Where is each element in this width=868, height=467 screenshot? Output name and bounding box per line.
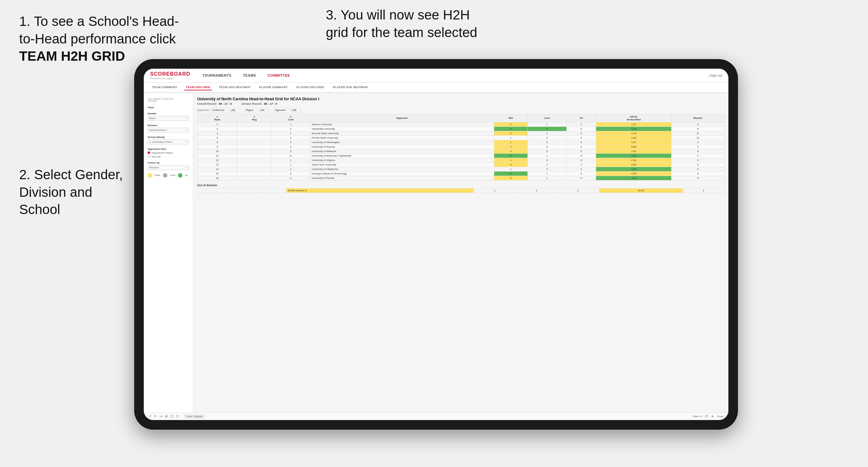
col-rank: #Rank bbox=[197, 114, 237, 122]
radio-opponents-played[interactable]: Opponents Played bbox=[148, 151, 189, 154]
cell-tie: 0 bbox=[566, 176, 596, 180]
watch-button[interactable]: Watch ▾ bbox=[692, 415, 702, 418]
cell-diff: 4.50 bbox=[596, 171, 672, 176]
cell-diff: -6.42 bbox=[596, 176, 672, 180]
ood-diff: 26.00 bbox=[599, 188, 683, 193]
grid-filters: Opponents: Conference (All) bbox=[197, 108, 724, 112]
sidebar-division-section: Division NCAA Division I bbox=[148, 124, 189, 132]
table-header-row: #Rank #Reg #Conf Opponent Win Loss Tie D… bbox=[197, 114, 724, 122]
cell-win: 1 bbox=[494, 145, 527, 149]
view-label[interactable]: View: Original bbox=[184, 414, 205, 418]
region-filter[interactable]: Region bbox=[245, 108, 258, 112]
subnav-team-h2h-grid[interactable]: TEAM H2H GRID bbox=[184, 85, 212, 90]
annotation-1: 1. To see a School's Head- to-Head perfo… bbox=[19, 13, 211, 65]
cell-win: 1 bbox=[494, 140, 527, 145]
table-row: 9 3 University of Arizona 1 0 0 9.00 2 bbox=[197, 145, 724, 149]
cell-rounds: 8 bbox=[671, 126, 724, 131]
all-conference-filter[interactable]: (All) bbox=[230, 108, 240, 112]
filter-region-wrapper: Region bbox=[245, 108, 258, 112]
school-select[interactable]: 1. University of Nort... bbox=[148, 139, 189, 145]
paste-icon[interactable]: ⊡ bbox=[170, 414, 173, 418]
nav-teams[interactable]: TEAMS bbox=[240, 72, 258, 79]
colour-by-select[interactable]: Win/loss bbox=[148, 165, 189, 170]
cell-reg bbox=[237, 167, 272, 171]
grid-icon[interactable]: ⊞ bbox=[711, 415, 714, 418]
cell-loss: 0 bbox=[528, 149, 567, 153]
filter-opponent-group: Opponent (All) bbox=[274, 108, 301, 112]
cell-loss: 1 bbox=[528, 153, 567, 158]
clock-icon[interactable]: ⏱ bbox=[176, 415, 179, 418]
all-region-filter[interactable]: (All) bbox=[259, 108, 269, 112]
division-select[interactable]: NCAA Division I bbox=[148, 128, 189, 132]
table-row: 2 1 Auburn University 2 1 0 1.67 9 bbox=[197, 122, 724, 126]
sidebar-gender-section: Gender Men's bbox=[148, 112, 189, 121]
cell-diff: 9.00 bbox=[596, 145, 672, 149]
cell-tie: 0 bbox=[566, 145, 596, 149]
sign-out[interactable]: | Sign out bbox=[709, 74, 722, 77]
cell-loss: 2 bbox=[528, 135, 567, 140]
cell-win: 3 bbox=[494, 176, 527, 180]
out-of-division-label: Out of division bbox=[197, 184, 724, 187]
filter-all-region-wrapper: (All) bbox=[259, 108, 269, 112]
col-diff: Diff AvStrokes/Rnd bbox=[596, 114, 672, 122]
cell-rounds: 9 bbox=[671, 122, 724, 126]
cell-win: 2 bbox=[494, 122, 527, 126]
cell-rounds: 3 bbox=[671, 153, 724, 158]
cell-tie: 0 bbox=[566, 126, 596, 131]
cell-conf: 5 bbox=[272, 149, 310, 153]
subnav-player-summary[interactable]: PLAYER SUMMARY bbox=[257, 85, 290, 90]
toolbar-bottom: ↺ ↻ ⇥ ⊞ ⊡ ⏱ View: Original Watch ▾ 💬 ⊞ S… bbox=[144, 412, 728, 420]
col-rounds: Rounds bbox=[671, 114, 724, 122]
table-row: 6 2 Florida State University 1 2 0 1.83 … bbox=[197, 135, 724, 140]
cell-opponent: University of Virginia bbox=[310, 158, 494, 162]
cell-loss: 0 bbox=[528, 140, 567, 145]
gender-select[interactable]: Men's bbox=[148, 116, 189, 121]
cell-tie: 0 bbox=[566, 158, 596, 162]
cell-conf: 1 bbox=[272, 158, 310, 162]
cell-rounds: 17 bbox=[671, 131, 724, 135]
grid-area: University of North Carolina Head-to-Hea… bbox=[193, 93, 728, 412]
cell-win: 0 bbox=[494, 126, 527, 131]
cell-diff: 3.67 bbox=[596, 140, 672, 145]
conference-filter[interactable]: Conference bbox=[211, 108, 229, 112]
out-of-division-table: NCAA Division II 1 0 0 26.00 3 bbox=[197, 188, 724, 193]
subnav-team-summary[interactable]: TEAM SUMMARY bbox=[150, 85, 179, 90]
cell-reg bbox=[237, 145, 272, 149]
cell-tie: 0 bbox=[566, 149, 596, 153]
nav-tournaments[interactable]: TOURNAMENTS bbox=[200, 72, 234, 79]
col-reg: #Reg bbox=[237, 114, 272, 122]
undo-icon[interactable]: ↺ bbox=[149, 414, 151, 418]
copy-icon[interactable]: ⊞ bbox=[165, 414, 168, 418]
subnav-team-h2h-heatmap[interactable]: TEAM H2H HEATMAP bbox=[217, 85, 252, 90]
cell-rank: 9 bbox=[197, 145, 237, 149]
radio-top-100[interactable]: Top 100 bbox=[148, 155, 189, 158]
forward-icon[interactable]: ⇥ bbox=[159, 414, 162, 418]
filter-region-group: Region (All) bbox=[245, 108, 269, 112]
filter-all-opponent-wrapper: (All) bbox=[291, 108, 301, 112]
col-tie: Tie bbox=[566, 114, 596, 122]
cell-conf: 3 bbox=[272, 145, 310, 149]
cell-rank: 2 bbox=[197, 122, 237, 126]
cell-win: 0 bbox=[494, 171, 527, 176]
cell-diff: 1.67 bbox=[596, 122, 672, 126]
subnav-player-h2h-grid[interactable]: PLAYER H2H GRID bbox=[294, 85, 326, 90]
subnav-player-h2h-heatmap[interactable]: PLAYER H2H HEATMAP bbox=[331, 85, 370, 90]
cell-rounds: 9 bbox=[671, 171, 724, 176]
cell-rank: 14 bbox=[197, 167, 237, 171]
cell-rank: 6 bbox=[197, 135, 237, 140]
nav-committee[interactable]: COMMITTEE bbox=[265, 72, 292, 79]
h2h-table: #Rank #Reg #Conf Opponent Win Loss Tie D… bbox=[197, 114, 724, 181]
share-button[interactable]: Share bbox=[717, 415, 723, 418]
cell-tie: 0 bbox=[566, 171, 596, 176]
ood-tie: 0 bbox=[557, 188, 599, 193]
cell-opponent: University of Alabama bbox=[310, 149, 494, 153]
sidebar-school-section: School (Rank) 1. University of Nort... bbox=[148, 136, 189, 145]
redo-icon[interactable]: ↻ bbox=[154, 414, 157, 418]
color-up bbox=[178, 173, 182, 178]
all-opponent-filter[interactable]: (All) bbox=[291, 108, 301, 112]
main-content: Last Updated: 27/03/2024 16:55:38 Team G… bbox=[144, 93, 728, 412]
cell-rank: 3 bbox=[197, 126, 237, 131]
comment-icon[interactable]: 💬 bbox=[705, 415, 708, 418]
opponent-filter[interactable]: Opponent bbox=[274, 108, 290, 112]
cell-rank: 10 bbox=[197, 149, 237, 153]
